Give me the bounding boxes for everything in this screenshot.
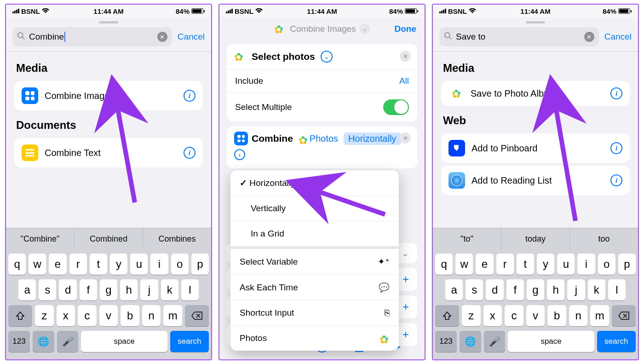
clear-search-button[interactable]: ✕ bbox=[584, 32, 594, 42]
key-z[interactable]: z bbox=[35, 305, 54, 326]
key-c[interactable]: c bbox=[505, 305, 523, 326]
key-b[interactable]: b bbox=[121, 305, 139, 326]
key-n[interactable]: n bbox=[569, 305, 588, 326]
keyboard[interactable]: qwertyuiop asdfghjkl zxcvbnm 123🌐🎤spaces… bbox=[6, 250, 211, 359]
key-d[interactable]: d bbox=[486, 279, 503, 300]
keyboard[interactable]: qwertyuiop asdfghjkl zxcvbnm 123🌐🎤spaces… bbox=[433, 250, 638, 359]
key-q[interactable]: q bbox=[435, 254, 453, 275]
key-n[interactable]: n bbox=[142, 305, 161, 326]
option-grid[interactable]: In a Grid bbox=[230, 221, 399, 249]
delete-action-button[interactable]: ✕ bbox=[400, 133, 411, 144]
suggestion[interactable]: "to" bbox=[433, 228, 501, 250]
option-vertically[interactable]: Vertically bbox=[230, 196, 399, 221]
info-button[interactable]: i bbox=[184, 90, 196, 102]
key-backspace[interactable] bbox=[185, 305, 209, 326]
collapse-button[interactable]: ⌄ bbox=[321, 51, 333, 63]
key-s[interactable]: s bbox=[466, 279, 483, 300]
key-y[interactable]: y bbox=[537, 254, 554, 275]
mode-selector[interactable]: Horizontally bbox=[344, 133, 401, 145]
key-search[interactable]: search bbox=[170, 331, 209, 352]
key-b[interactable]: b bbox=[547, 305, 566, 326]
result-combine-text[interactable]: Combine Text i bbox=[14, 138, 203, 168]
option-ask-each-time[interactable]: Ask Each Time💬 bbox=[230, 275, 399, 300]
suggestion[interactable]: today bbox=[501, 228, 569, 250]
result-add-to-pinboard[interactable]: Add to Pinboard i bbox=[441, 133, 630, 163]
info-button[interactable]: i bbox=[610, 142, 622, 154]
key-c[interactable]: c bbox=[78, 305, 97, 326]
source-variable[interactable]: Photos bbox=[297, 133, 340, 144]
key-space[interactable]: space bbox=[508, 331, 594, 352]
key-r[interactable]: r bbox=[496, 254, 514, 275]
key-globe[interactable]: 🌐 bbox=[460, 331, 481, 352]
result-add-to-reading-list[interactable]: Add to Reading List i bbox=[441, 166, 630, 195]
result-combine-images[interactable]: Combine Images i bbox=[14, 81, 203, 110]
result-save-to-photo-album[interactable]: Save to Photo Album i bbox=[441, 81, 630, 106]
key-shift[interactable] bbox=[435, 305, 459, 326]
key-s[interactable]: s bbox=[39, 279, 56, 300]
key-m[interactable]: m bbox=[163, 305, 182, 326]
option-shortcut-input[interactable]: Shortcut Input⎘ bbox=[230, 300, 399, 326]
key-123[interactable]: 123 bbox=[435, 331, 457, 352]
key-t[interactable]: t bbox=[517, 254, 534, 275]
key-v[interactable]: v bbox=[526, 305, 545, 326]
key-x[interactable]: x bbox=[483, 305, 502, 326]
done-button[interactable]: Done bbox=[395, 24, 417, 34]
key-z[interactable]: z bbox=[462, 305, 481, 326]
key-dictation[interactable]: 🎤 bbox=[484, 331, 506, 352]
key-globe[interactable]: 🌐 bbox=[33, 331, 54, 352]
select-multiple-toggle[interactable] bbox=[383, 99, 409, 115]
key-a[interactable]: a bbox=[445, 279, 463, 300]
cancel-button[interactable]: Cancel bbox=[178, 32, 205, 42]
key-w[interactable]: w bbox=[455, 254, 473, 275]
key-r[interactable]: r bbox=[69, 254, 87, 275]
key-space[interactable]: space bbox=[81, 331, 167, 352]
option-photos[interactable]: Photos bbox=[230, 326, 399, 351]
key-123[interactable]: 123 bbox=[8, 331, 30, 352]
key-o[interactable]: o bbox=[171, 254, 189, 275]
key-u[interactable]: u bbox=[557, 254, 575, 275]
info-button[interactable]: i bbox=[610, 174, 622, 186]
key-p[interactable]: p bbox=[191, 254, 209, 275]
key-u[interactable]: u bbox=[130, 254, 148, 275]
info-button[interactable]: i bbox=[610, 87, 622, 99]
key-h[interactable]: h bbox=[547, 279, 564, 300]
key-y[interactable]: y bbox=[110, 254, 127, 275]
suggestion[interactable]: Combines bbox=[143, 228, 211, 250]
suggestion[interactable]: Combined bbox=[74, 228, 143, 250]
key-i[interactable]: i bbox=[577, 254, 595, 275]
suggestion[interactable]: "Combine" bbox=[6, 228, 74, 250]
key-e[interactable]: e bbox=[476, 254, 493, 275]
search-input[interactable]: Combine ✕ bbox=[12, 27, 172, 46]
include-row[interactable]: Include All bbox=[227, 69, 417, 92]
key-w[interactable]: w bbox=[29, 254, 46, 275]
cancel-button[interactable]: Cancel bbox=[604, 32, 632, 42]
key-k[interactable]: k bbox=[588, 279, 605, 300]
key-g[interactable]: g bbox=[527, 279, 544, 300]
key-l[interactable]: l bbox=[181, 279, 199, 300]
key-shift[interactable] bbox=[8, 305, 32, 326]
key-search[interactable]: search bbox=[597, 331, 636, 352]
key-o[interactable]: o bbox=[598, 254, 615, 275]
shortcut-title[interactable]: Combine Images ⌄ bbox=[274, 23, 370, 35]
key-h[interactable]: h bbox=[120, 279, 138, 300]
key-l[interactable]: l bbox=[608, 279, 626, 300]
search-input[interactable]: Save to ✕ bbox=[439, 27, 599, 46]
key-backspace[interactable] bbox=[612, 305, 636, 326]
expand-button[interactable]: › bbox=[234, 149, 245, 160]
key-v[interactable]: v bbox=[99, 305, 118, 326]
key-j[interactable]: j bbox=[140, 279, 158, 300]
key-k[interactable]: k bbox=[161, 279, 178, 300]
key-f[interactable]: f bbox=[506, 279, 524, 300]
key-p[interactable]: p bbox=[618, 254, 636, 275]
key-a[interactable]: a bbox=[18, 279, 36, 300]
key-dictation[interactable]: 🎤 bbox=[57, 331, 79, 352]
key-q[interactable]: q bbox=[8, 254, 26, 275]
key-g[interactable]: g bbox=[100, 279, 117, 300]
option-select-variable[interactable]: Select Variable✦⁺ bbox=[230, 249, 399, 275]
key-m[interactable]: m bbox=[590, 305, 609, 326]
sheet-grabber[interactable] bbox=[526, 21, 545, 23]
key-x[interactable]: x bbox=[57, 305, 75, 326]
key-i[interactable]: i bbox=[150, 254, 168, 275]
clear-search-button[interactable]: ✕ bbox=[157, 32, 167, 42]
delete-action-button[interactable]: ✕ bbox=[400, 51, 411, 62]
